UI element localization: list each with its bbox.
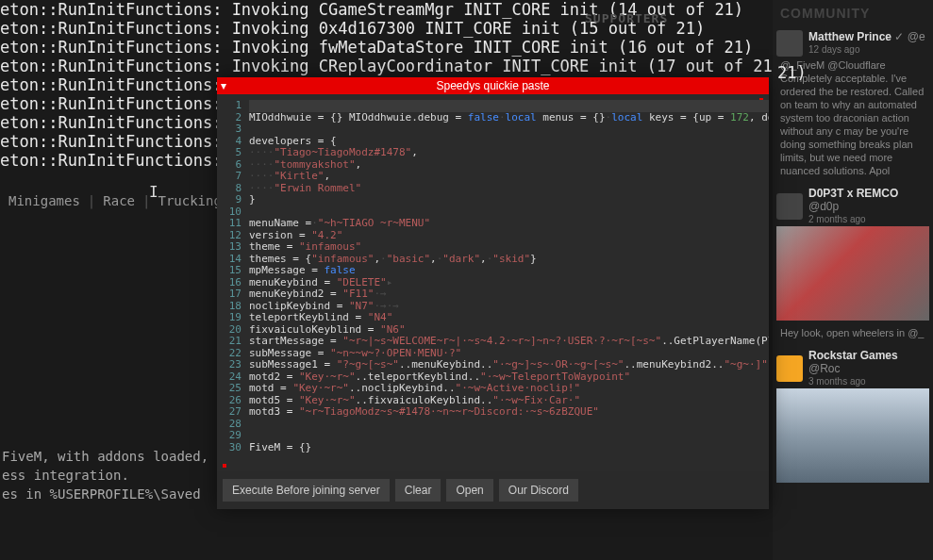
avatar [776, 193, 803, 220]
code-line[interactable]: ····"Erwin Rommel" [249, 183, 769, 195]
nav-item[interactable]: Minigames [8, 193, 80, 208]
editor-toolbar: Execute Before joining server Clear Open… [217, 471, 769, 509]
supporters-label: SUPPORTERS [585, 11, 668, 25]
footer-text: FiveM, with addons loaded, Fiveess integ… [0, 447, 248, 503]
community-image[interactable] [776, 226, 929, 321]
line-gutter: 1234567891011121314151617181920212223242… [217, 100, 249, 471]
avatar [776, 30, 803, 57]
community-username: Matthew Prince ✓ @e [808, 30, 925, 43]
category-nav: Minigames|Race|Trucking [0, 189, 230, 213]
console-overflow: 21) [774, 64, 810, 81]
execute-button[interactable]: Execute Before joining server [223, 479, 390, 502]
community-username: Rockstar Games @Roc [808, 349, 929, 375]
code-line[interactable] [249, 430, 769, 442]
code-line[interactable]: FiveM = {} [249, 442, 769, 454]
red-marker-icon [223, 464, 226, 468]
discord-button[interactable]: Our Discord [499, 479, 578, 502]
community-image[interactable] [776, 388, 929, 483]
editor-title-text: Speedys quickie paste [436, 79, 549, 92]
community-username: D0P3T x REMCO @d0p [808, 187, 929, 213]
code-line[interactable] [249, 419, 769, 431]
community-item[interactable]: Rockstar Games @Roc3 months ago [773, 345, 933, 490]
code-line[interactable]: MIOddhwuie = {} MIOddhwuie.debug = false… [249, 112, 769, 124]
community-timestamp: 12 days ago [808, 43, 925, 57]
community-item[interactable]: D0P3T x REMCO @d0p2 months agoHey look, … [773, 183, 933, 345]
code-area[interactable]: MIOddhwuie = {} MIOddhwuie.debug = false… [249, 100, 769, 471]
editor-titlebar[interactable]: ▾ Speedys quickie paste [217, 77, 769, 94]
nav-item[interactable]: Race [103, 193, 135, 208]
code-editor-window: ▾ Speedys quickie paste 1234567891011121… [217, 77, 769, 509]
clear-button[interactable]: Clear [395, 479, 442, 502]
community-sidebar: COMMUNITY Matthew Prince ✓ @e12 days ago… [773, 0, 933, 560]
community-timestamp: 3 months ago [808, 375, 929, 388]
community-timestamp: 2 months ago [808, 213, 929, 226]
editor-body[interactable]: 1234567891011121314151617181920212223242… [217, 94, 769, 471]
open-button[interactable]: Open [446, 479, 492, 502]
dropdown-arrow-icon[interactable]: ▾ [221, 79, 226, 92]
avatar [776, 355, 803, 382]
nav-item[interactable]: Trucking [158, 193, 221, 208]
community-header: COMMUNITY [773, 0, 933, 26]
community-item[interactable]: Matthew Prince ✓ @e12 days ago@_FiveM @C… [773, 26, 933, 183]
community-caption: Hey look, open wheelers in @_ [776, 324, 929, 341]
code-line[interactable]: motd3 = "~r~TiagoModz~s~#1478·~n~~r~Disc… [249, 406, 769, 419]
code-line[interactable]: } [249, 194, 769, 206]
